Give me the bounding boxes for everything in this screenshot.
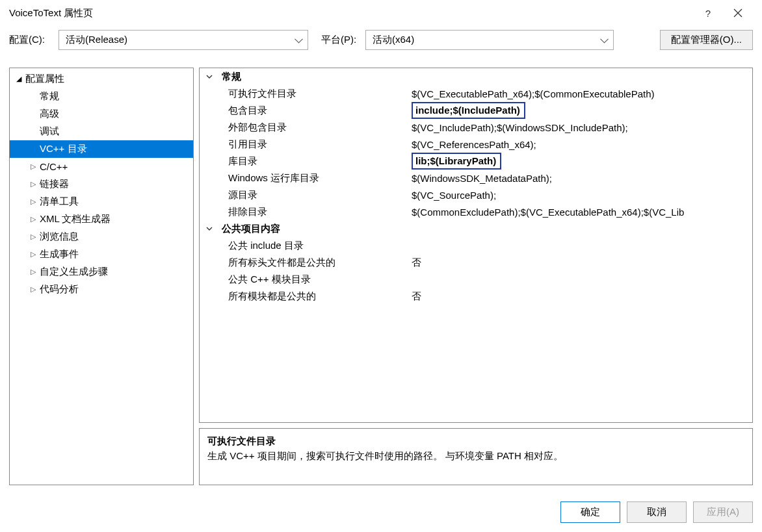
property-key: 可执行文件目录 bbox=[219, 88, 409, 100]
property-row[interactable]: 源目录$(VC_SourcePath); bbox=[200, 186, 752, 203]
platform-select[interactable]: 活动(x64) bbox=[365, 30, 614, 50]
configuration-select[interactable]: 活动(Release) bbox=[59, 30, 308, 50]
chevron-down-icon bbox=[200, 73, 219, 80]
description-title: 可执行文件目录 bbox=[207, 435, 744, 448]
property-row[interactable]: 可执行文件目录$(VC_ExecutablePath_x64);$(Common… bbox=[200, 85, 752, 102]
window-title: VoiceToText 属性页 bbox=[9, 7, 93, 19]
tree-item[interactable]: 高级 bbox=[10, 105, 193, 123]
property-value: include;$(IncludePath) bbox=[412, 102, 525, 119]
chevron-right-icon: ▷ bbox=[28, 215, 38, 223]
property-row[interactable]: 公共 C++ 模块目录 bbox=[200, 271, 752, 288]
tree-item-label: 调试 bbox=[40, 125, 59, 138]
description-body: 生成 VC++ 项目期间，搜索可执行文件时使用的路径。 与环境变量 PATH 相… bbox=[207, 450, 744, 462]
configuration-value: 活动(Release) bbox=[66, 34, 127, 46]
property-key: 包含目录 bbox=[219, 105, 409, 117]
property-panel: 常规可执行文件目录$(VC_ExecutablePath_x64);$(Comm… bbox=[199, 68, 753, 485]
property-row[interactable]: 包含目录include;$(IncludePath) bbox=[200, 102, 752, 119]
ok-button[interactable]: 确定 bbox=[560, 501, 620, 523]
chevron-right-icon: ▷ bbox=[28, 180, 38, 188]
platform-label: 平台(P): bbox=[321, 34, 359, 46]
property-value: 否 bbox=[412, 290, 421, 301]
tree-item[interactable]: ▷链接器 bbox=[10, 175, 193, 193]
property-row[interactable]: 所有模块都是公共的否 bbox=[200, 288, 752, 305]
tree-item-label: 清单工具 bbox=[40, 196, 79, 208]
property-key: 公共 C++ 模块目录 bbox=[219, 273, 409, 286]
tree-item[interactable]: ▷自定义生成步骤 bbox=[10, 263, 193, 281]
property-key: 引用目录 bbox=[219, 138, 409, 151]
platform-value: 活动(x64) bbox=[373, 34, 414, 46]
cancel-button[interactable]: 取消 bbox=[627, 501, 687, 523]
property-value: $(VC_ReferencesPath_x64); bbox=[412, 139, 536, 150]
property-value: $(CommonExcludePath);$(VC_ExecutablePath… bbox=[412, 207, 684, 218]
property-row[interactable]: 外部包含目录$(VC_IncludePath);$(WindowsSDK_Inc… bbox=[200, 119, 752, 136]
dialog-buttons: 确定 取消 应用(A) bbox=[560, 501, 753, 523]
property-value: $(VC_SourcePath); bbox=[412, 190, 496, 201]
property-key: 排除目录 bbox=[219, 206, 409, 218]
chevron-down-icon bbox=[200, 225, 219, 232]
property-key: Windows 运行库目录 bbox=[219, 172, 409, 184]
property-row[interactable]: 排除目录$(CommonExcludePath);$(VC_Executable… bbox=[200, 203, 752, 220]
property-value: lib;$(LibraryPath) bbox=[412, 153, 501, 170]
configuration-manager-button[interactable]: 配置管理器(O)... bbox=[660, 30, 753, 50]
property-group-header[interactable]: 公共项目内容 bbox=[200, 220, 752, 237]
description-box: 可执行文件目录 生成 VC++ 项目期间，搜索可执行文件时使用的路径。 与环境变… bbox=[199, 428, 753, 485]
tree-item[interactable]: ▷浏览信息 bbox=[10, 228, 193, 246]
property-key: 外部包含目录 bbox=[219, 121, 409, 134]
main-panel: ◢配置属性常规高级调试VC++ 目录▷C/C++▷链接器▷清单工具▷XML 文档… bbox=[9, 68, 753, 485]
property-key: 所有标头文件都是公共的 bbox=[219, 257, 409, 269]
property-key: 公共 include 目录 bbox=[219, 240, 409, 252]
tree-item[interactable]: ▷生成事件 bbox=[10, 246, 193, 263]
chevron-right-icon: ▷ bbox=[28, 285, 38, 294]
title-bar: VoiceToText 属性页 ? bbox=[0, 0, 762, 26]
property-group-header[interactable]: 常规 bbox=[200, 68, 752, 85]
tree-item[interactable]: ▷C/C++ bbox=[10, 158, 193, 175]
property-value: $(VC_ExecutablePath_x64);$(CommonExecuta… bbox=[412, 88, 655, 99]
tree-item-label: 高级 bbox=[40, 108, 59, 120]
property-row[interactable]: 公共 include 目录 bbox=[200, 237, 752, 254]
tree-item-label: 链接器 bbox=[40, 178, 69, 190]
property-value: $(VC_IncludePath);$(WindowsSDK_IncludePa… bbox=[412, 122, 628, 133]
help-button[interactable]: ? bbox=[693, 0, 723, 26]
chevron-right-icon: ▷ bbox=[28, 162, 38, 171]
chevron-down-icon: ◢ bbox=[14, 75, 24, 83]
tree-item-label: 浏览信息 bbox=[40, 231, 79, 243]
tree-item-label: 生成事件 bbox=[40, 248, 79, 260]
property-row[interactable]: 所有标头文件都是公共的否 bbox=[200, 254, 752, 271]
chevron-right-icon: ▷ bbox=[28, 268, 38, 276]
tree-item[interactable]: VC++ 目录 bbox=[10, 140, 193, 158]
property-grid[interactable]: 常规可执行文件目录$(VC_ExecutablePath_x64);$(Comm… bbox=[199, 68, 753, 423]
tree-item-label: 自定义生成步骤 bbox=[40, 266, 108, 278]
tree-item[interactable]: 常规 bbox=[10, 88, 193, 105]
configuration-bar: 配置(C): 活动(Release) 平台(P): 活动(x64) 配置管理器(… bbox=[0, 26, 762, 62]
close-button[interactable] bbox=[723, 0, 753, 26]
category-tree[interactable]: ◢配置属性常规高级调试VC++ 目录▷C/C++▷链接器▷清单工具▷XML 文档… bbox=[9, 68, 194, 485]
tree-item-label: C/C++ bbox=[40, 161, 68, 172]
property-key: 源目录 bbox=[219, 189, 409, 201]
chevron-right-icon: ▷ bbox=[28, 250, 38, 259]
tree-root[interactable]: ◢配置属性 bbox=[10, 70, 193, 88]
property-key: 库目录 bbox=[219, 155, 409, 168]
tree-item[interactable]: ▷清单工具 bbox=[10, 193, 193, 210]
tree-item[interactable]: ▷XML 文档生成器 bbox=[10, 210, 193, 228]
property-value: 否 bbox=[412, 257, 421, 268]
close-icon bbox=[733, 8, 742, 18]
chevron-right-icon: ▷ bbox=[28, 197, 38, 206]
property-row[interactable]: Windows 运行库目录$(WindowsSDK_MetadataPath); bbox=[200, 170, 752, 186]
property-row[interactable]: 引用目录$(VC_ReferencesPath_x64); bbox=[200, 136, 752, 153]
property-row[interactable]: 库目录lib;$(LibraryPath) bbox=[200, 153, 752, 170]
apply-button[interactable]: 应用(A) bbox=[693, 501, 753, 523]
tree-item-label: XML 文档生成器 bbox=[40, 213, 111, 225]
tree-item[interactable]: 调试 bbox=[10, 123, 193, 140]
tree-item-label: VC++ 目录 bbox=[40, 143, 87, 155]
configuration-label: 配置(C): bbox=[9, 34, 52, 46]
tree-item[interactable]: ▷代码分析 bbox=[10, 281, 193, 298]
tree-item-label: 代码分析 bbox=[40, 283, 79, 296]
property-value: $(WindowsSDK_MetadataPath); bbox=[412, 173, 552, 184]
tree-item-label: 常规 bbox=[40, 90, 59, 103]
property-key: 所有模块都是公共的 bbox=[219, 290, 409, 303]
chevron-right-icon: ▷ bbox=[28, 233, 38, 241]
